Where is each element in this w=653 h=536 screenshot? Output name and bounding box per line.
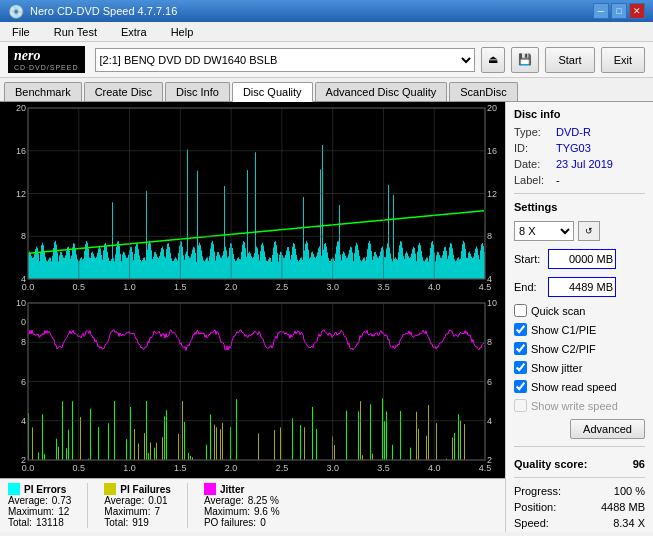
tab-scandisc[interactable]: ScanDisc [449, 82, 517, 101]
pi-failures-max-value: 7 [154, 506, 160, 517]
show-jitter-row: Show jitter [514, 361, 645, 374]
pi-errors-total-label: Total: [8, 517, 32, 528]
close-button[interactable]: ✕ [629, 3, 645, 19]
speed-select[interactable]: 8 X [514, 221, 574, 241]
pi-errors-avg-value: 0.73 [52, 495, 71, 506]
pi-failures-total-value: 919 [132, 517, 149, 528]
end-label: End: [514, 281, 544, 293]
legend-pi-failures: PI Failures Average: 0.01 Maximum: 7 Tot… [104, 483, 171, 528]
pi-failures-avg-label: Average: [104, 495, 144, 506]
tab-disc-info[interactable]: Disc Info [165, 82, 230, 101]
pi-errors-max-label: Maximum: [8, 506, 54, 517]
disc-id-value: TYG03 [556, 142, 591, 154]
start-label: Start: [514, 253, 544, 265]
save-button[interactable]: 💾 [511, 47, 539, 73]
disc-type-label: Type: [514, 126, 552, 138]
position-row: Position: 4488 MB [514, 501, 645, 513]
toolbar: nero CD·DVD/SPEED [2:1] BENQ DVD DD DW16… [0, 42, 653, 78]
show-c1-checkbox[interactable] [514, 323, 527, 336]
show-jitter-checkbox[interactable] [514, 361, 527, 374]
speed-info-value: 8.34 X [613, 517, 645, 529]
quick-scan-row: Quick scan [514, 304, 645, 317]
show-write-speed-checkbox [514, 399, 527, 412]
show-c1-label: Show C1/PIE [531, 324, 596, 336]
progress-row: Progress: 100 % [514, 485, 645, 497]
quick-scan-checkbox[interactable] [514, 304, 527, 317]
tab-advanced-disc-quality[interactable]: Advanced Disc Quality [315, 82, 448, 101]
show-write-speed-label: Show write speed [531, 400, 618, 412]
jitter-avg-value: 8.25 % [248, 495, 279, 506]
disc-label-label: Label: [514, 174, 552, 186]
show-read-speed-row: Show read speed [514, 380, 645, 393]
nero-logo: nero CD·DVD/SPEED [8, 46, 85, 73]
pi-failures-color [104, 483, 116, 495]
show-c2-checkbox[interactable] [514, 342, 527, 355]
settings-refresh-button[interactable]: ↺ [578, 221, 600, 241]
menu-help[interactable]: Help [163, 24, 202, 40]
legend-area: PI Errors Average: 0.73 Maximum: 12 Tota… [0, 478, 505, 532]
main-content: PI Errors Average: 0.73 Maximum: 12 Tota… [0, 102, 653, 532]
jitter-max-value: 9.6 % [254, 506, 280, 517]
minimize-button[interactable]: ─ [593, 3, 609, 19]
pi-errors-label: PI Errors [24, 484, 66, 495]
tab-bar: Benchmark Create Disc Disc Info Disc Qua… [0, 78, 653, 102]
show-c1-row: Show C1/PIE [514, 323, 645, 336]
speed-info-label: Speed: [514, 517, 549, 529]
start-button[interactable]: Start [545, 47, 594, 73]
start-input[interactable] [548, 249, 616, 269]
disc-id-label: ID: [514, 142, 552, 154]
progress-value: 100 % [614, 485, 645, 497]
advanced-button[interactable]: Advanced [570, 419, 645, 439]
start-row: Start: [514, 249, 645, 269]
end-input[interactable] [548, 277, 616, 297]
pi-failures-total-label: Total: [104, 517, 128, 528]
show-read-speed-label: Show read speed [531, 381, 617, 393]
menu-run-test[interactable]: Run Test [46, 24, 105, 40]
logo-sub: CD·DVD/SPEED [14, 64, 79, 71]
right-panel: Disc info Type: DVD-R ID: TYG03 Date: 23… [505, 102, 653, 532]
pi-errors-max-value: 12 [58, 506, 69, 517]
menu-file[interactable]: File [4, 24, 38, 40]
menu-extra[interactable]: Extra [113, 24, 155, 40]
legend-pi-errors: PI Errors Average: 0.73 Maximum: 12 Tota… [8, 483, 71, 528]
pi-errors-color [8, 483, 20, 495]
disc-date-label: Date: [514, 158, 552, 170]
tab-benchmark[interactable]: Benchmark [4, 82, 82, 101]
chart-area: PI Errors Average: 0.73 Maximum: 12 Tota… [0, 102, 505, 532]
end-row: End: [514, 277, 645, 297]
speed-info-row: Speed: 8.34 X [514, 517, 645, 529]
logo-text: nero [14, 48, 40, 64]
maximize-button[interactable]: □ [611, 3, 627, 19]
tab-disc-quality[interactable]: Disc Quality [232, 82, 313, 102]
jitter-po-label: PO failures: [204, 517, 256, 528]
speed-row: 8 X ↺ [514, 221, 645, 241]
title-bar: 💿 Nero CD-DVD Speed 4.7.7.16 ─ □ ✕ [0, 0, 653, 22]
jitter-max-label: Maximum: [204, 506, 250, 517]
disc-date-row: Date: 23 Jul 2019 [514, 158, 645, 170]
settings-title: Settings [514, 201, 645, 213]
position-label: Position: [514, 501, 556, 513]
show-write-speed-row: Show write speed [514, 399, 645, 412]
disc-label-value: - [556, 174, 560, 186]
drive-select[interactable]: [2:1] BENQ DVD DD DW1640 BSLB [95, 48, 476, 72]
pi-failures-avg-value: 0.01 [148, 495, 167, 506]
menu-bar: File Run Test Extra Help [0, 22, 653, 42]
legend-jitter: Jitter Average: 8.25 % Maximum: 9.6 % PO… [204, 483, 280, 528]
show-read-speed-checkbox[interactable] [514, 380, 527, 393]
jitter-po-value: 0 [260, 517, 266, 528]
progress-label: Progress: [514, 485, 561, 497]
disc-id-row: ID: TYG03 [514, 142, 645, 154]
pi-errors-total-value: 13118 [36, 517, 64, 528]
show-jitter-label: Show jitter [531, 362, 582, 374]
disc-type-value: DVD-R [556, 126, 591, 138]
disc-type-row: Type: DVD-R [514, 126, 645, 138]
disc-date-value: 23 Jul 2019 [556, 158, 613, 170]
exit-button[interactable]: Exit [601, 47, 645, 73]
tab-create-disc[interactable]: Create Disc [84, 82, 163, 101]
show-c2-row: Show C2/PIF [514, 342, 645, 355]
jitter-avg-label: Average: [204, 495, 244, 506]
pi-errors-avg-label: Average: [8, 495, 48, 506]
pi-failures-max-label: Maximum: [104, 506, 150, 517]
eject-button[interactable]: ⏏ [481, 47, 505, 73]
jitter-label: Jitter [220, 484, 244, 495]
